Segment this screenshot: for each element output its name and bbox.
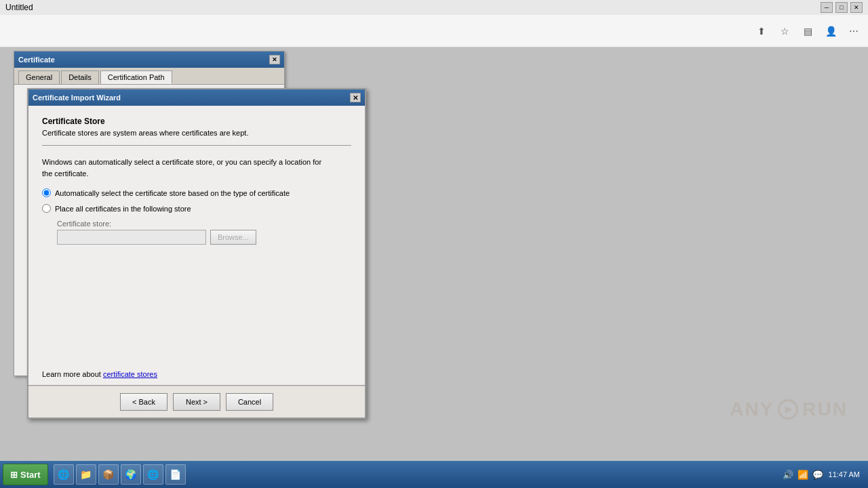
browse-button[interactable]: Browse...	[210, 230, 256, 245]
next-button[interactable]: Next >	[173, 393, 220, 411]
cancel-button[interactable]: Cancel	[226, 393, 273, 411]
radio-manual-option[interactable]: Place all certificates in the following …	[42, 204, 351, 213]
wizard-instruction: Windows can automatically select a certi…	[42, 157, 351, 179]
cert-store-row: Browse...	[57, 230, 351, 245]
radio-manual-input[interactable]	[42, 204, 51, 213]
close-window-button[interactable]: ✕	[850, 2, 863, 13]
wizard-titlebar: Certificate Import Wizard ✕	[28, 89, 365, 106]
cert-window-title: Certificate	[18, 56, 269, 64]
taskbar-apps: 🌐 📁 📦 🌍 🌐 📄	[54, 464, 186, 485]
taskbar-app-package[interactable]: 📦	[98, 464, 119, 485]
network-icon[interactable]: 📶	[797, 470, 808, 480]
browser-title-bar: Untitled ─ □ ✕	[0, 0, 868, 15]
section-title: Certificate Store	[42, 117, 351, 126]
start-label: Start	[20, 470, 41, 480]
tab-details[interactable]: Details	[61, 70, 99, 84]
system-tray-icons: 🔊 📶 💬	[783, 470, 823, 480]
anyrun-play-icon	[778, 399, 798, 420]
radio-manual-label: Place all certificates in the following …	[55, 205, 191, 213]
wizard-title: Certificate Import Wizard	[33, 94, 350, 102]
anyrun-watermark: ANY RUN	[730, 399, 848, 420]
divider-top	[42, 145, 351, 146]
anyrun-text-any: ANY	[730, 399, 774, 420]
browser-toolbar-icons: ⬆ ☆ ▤ 👤 ⋯	[755, 25, 860, 37]
certificate-import-wizard: Certificate Import Wizard ✕ Certificate …	[27, 88, 366, 419]
system-clock: 11:47 AM	[829, 470, 860, 479]
section-description: Certificate stores are system areas wher…	[42, 129, 351, 137]
radio-auto-label: Automatically select the certificate sto…	[55, 189, 290, 197]
taskbar-app-chrome[interactable]: 🌍	[121, 464, 141, 485]
footer-text: Learn more about	[42, 370, 103, 378]
cert-store-field: Certificate store: Browse...	[57, 220, 351, 245]
tab-general[interactable]: General	[18, 70, 60, 84]
radio-auto-input[interactable]	[42, 188, 51, 197]
sidebar-icon[interactable]: ▤	[802, 25, 814, 37]
cert-window-close-button[interactable]: ✕	[269, 55, 280, 64]
start-icon: ⊞	[10, 470, 18, 480]
cert-tabs: General Details Certification Path	[14, 68, 284, 85]
maximize-button[interactable]: □	[835, 2, 848, 13]
cert-window-titlebar: Certificate ✕	[14, 52, 284, 68]
back-button[interactable]: < Back	[120, 393, 167, 411]
cert-store-label: Certificate store:	[57, 220, 351, 228]
certificate-stores-link[interactable]: certificate stores	[103, 370, 157, 378]
wizard-footer: Learn more about certificate stores	[28, 363, 365, 385]
browser-window-controls: ─ □ ✕	[821, 2, 863, 13]
cert-store-input[interactable]	[57, 230, 206, 245]
tab-certification-path[interactable]: Certification Path	[100, 70, 172, 84]
taskbar-app-ie[interactable]: 🌐	[54, 464, 74, 485]
browser-toolbar: ⬆ ☆ ▤ 👤 ⋯	[0, 15, 868, 47]
taskbar-app-explorer[interactable]: 📁	[76, 464, 96, 485]
taskbar-app-edge[interactable]: 🌐	[143, 464, 163, 485]
wizard-body: Certificate Store Certificate stores are…	[28, 106, 365, 363]
share-icon[interactable]: ⬆	[755, 25, 768, 37]
browser-chrome: Untitled ─ □ ✕ ⬆ ☆ ▤ 👤 ⋯	[0, 0, 868, 47]
start-button[interactable]: ⊞ Start	[3, 464, 48, 485]
taskbar-right: 🔊 📶 💬 11:47 AM	[783, 470, 865, 480]
taskbar-app-notepad[interactable]: 📄	[165, 464, 186, 485]
taskbar: ⊞ Start 🌐 📁 📦 🌍 🌐 📄 🔊 📶 💬 11:47 AM	[0, 461, 868, 488]
profile-icon[interactable]: 👤	[825, 25, 837, 37]
minimize-button[interactable]: ─	[821, 2, 833, 13]
browser-title-text: Untitled	[5, 3, 33, 12]
anyrun-text-run: RUN	[802, 399, 848, 420]
desktop-area: Certificate ✕ General Details Certificat…	[0, 47, 868, 461]
menu-icon[interactable]: ⋯	[848, 25, 860, 37]
notification-icon[interactable]: 💬	[812, 470, 823, 480]
radio-auto-option[interactable]: Automatically select the certificate sto…	[42, 188, 351, 197]
wizard-buttons: < Back Next > Cancel	[28, 386, 365, 418]
wizard-close-button[interactable]: ✕	[350, 93, 361, 102]
volume-icon[interactable]: 🔊	[783, 470, 793, 480]
star-icon[interactable]: ☆	[778, 25, 791, 37]
